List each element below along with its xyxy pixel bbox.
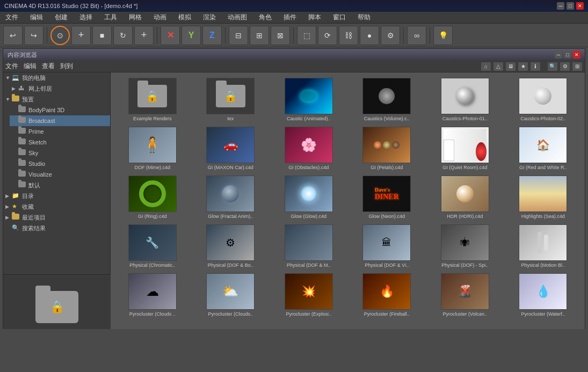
list-item[interactable]: 🧍 DOF (Mime).c4d [116, 127, 189, 170]
list-item[interactable]: 🔒 Example Renders [116, 78, 189, 121]
rotate-button[interactable]: ↻ [113, 26, 133, 45]
sidebar-item-prime[interactable]: Prime [10, 126, 110, 137]
sidebar-item-sky[interactable]: Sky [10, 148, 110, 158]
sidebar-item-directory[interactable]: ▶ 📁 目录 [3, 191, 110, 201]
close-button[interactable]: ✕ [576, 2, 584, 10]
cb-search-button[interactable]: 🔍 [547, 62, 558, 71]
sidebar-item-bodypaint[interactable]: BodyPaint 3D [10, 105, 110, 115]
maximize-button[interactable]: □ [567, 2, 574, 10]
z-button[interactable]: Z [202, 26, 222, 45]
cb-close-button[interactable]: ✕ [573, 51, 580, 59]
list-item[interactable]: GI (Petals).c4d [351, 127, 424, 170]
cb-content-area[interactable]: 🔒 Example Renders 🔒 tex [111, 72, 585, 351]
menu-window[interactable]: 窗口 [330, 12, 349, 23]
list-item[interactable]: 🔒 tex [194, 78, 267, 121]
sidebar-item-network[interactable]: ▶ 🖧 网上邻居 [10, 83, 110, 94]
minimize-button[interactable]: ─ [557, 2, 564, 10]
sidebar-item-visualize[interactable]: Visualize [10, 169, 110, 180]
cb-home-button[interactable]: ⌂ [481, 62, 491, 71]
frame-button[interactable]: ⊟ [229, 26, 248, 45]
list-item[interactable]: Glow (Fractal Anim).. [194, 176, 267, 219]
list-item[interactable]: 🚗 GI (MAXON Car).c4d [194, 127, 267, 170]
cb-info-button[interactable]: ℹ [530, 62, 541, 71]
cb-menu-view[interactable]: 查看 [42, 62, 55, 71]
x-button[interactable]: ✕ [161, 26, 180, 45]
menu-edit[interactable]: 编辑 [27, 12, 46, 23]
list-item[interactable]: Caustic (Animated).. [272, 78, 345, 121]
frames-button[interactable]: ⊞ [250, 26, 269, 45]
list-item[interactable]: 🏛 Physical (DOF & Vi.. [351, 224, 424, 268]
chain-button[interactable]: ⛓ [339, 26, 358, 45]
cb-menu-goto[interactable]: 到到 [60, 62, 73, 71]
list-item[interactable]: ☁ Pyrocluster (Clouds .. [116, 273, 189, 317]
menu-animgraph[interactable]: 动画图 [224, 12, 250, 23]
sidebar-item-sketch[interactable]: Sketch [10, 137, 110, 148]
cb-maximize-button[interactable]: □ [564, 51, 571, 59]
list-item[interactable]: 🔥 Pyrocluster (Fireball.. [351, 273, 424, 317]
list-item[interactable]: HDR (HDRI).c4d [429, 176, 502, 219]
sidebar-item-favorites[interactable]: ▶ ★ 收藏 [3, 201, 110, 212]
cb-menu-file[interactable]: 文件 [5, 62, 18, 71]
list-item[interactable]: Highlights (Sea).c4d [507, 176, 580, 219]
keyframe-button[interactable]: ⊠ [271, 26, 290, 45]
list-item[interactable]: 🏠 GI (Red and White R.. [507, 127, 580, 170]
cb-grid-button[interactable]: ⊞ [572, 62, 583, 71]
menu-character[interactable]: 角色 [256, 12, 275, 23]
sidebar-item-presets[interactable]: ▼ 预置 [3, 94, 110, 105]
light-button[interactable]: 💡 [433, 26, 453, 45]
menu-simulate[interactable]: 模拟 [175, 12, 194, 23]
menu-tools[interactable]: 工具 [101, 12, 120, 23]
cb-menu-edit[interactable]: 编辑 [24, 62, 37, 71]
menu-mesh[interactable]: 网格 [126, 12, 145, 23]
menu-file[interactable]: 文件 [2, 12, 21, 23]
list-item[interactable]: 🌋 Pyrocluster (Volcan.. [429, 273, 502, 317]
list-item[interactable]: ⛅ Pyrocluster (Clouds.. [194, 273, 267, 317]
y-button[interactable]: Y [182, 26, 201, 45]
sidebar-item-default[interactable]: 默认 [10, 180, 110, 191]
redo-button[interactable]: ↪ [24, 26, 43, 45]
menu-script[interactable]: 脚本 [305, 12, 324, 23]
thumbnail-label: Caustics-Photon-01.. [442, 116, 488, 121]
list-item[interactable]: GI (Ring).c4d [116, 176, 189, 219]
list-item[interactable]: Caustics-Photon-02.. [507, 78, 580, 121]
plus-button[interactable]: + [134, 26, 154, 45]
add-button[interactable]: + [71, 26, 91, 45]
cb-settings-button[interactable]: ⚙ [560, 62, 570, 71]
menu-plugin[interactable]: 插件 [280, 12, 300, 23]
list-item[interactable]: Physical (Motion Bl.. [507, 224, 580, 268]
cube-button[interactable]: ■ [92, 26, 112, 45]
sidebar-item-search[interactable]: 🔍 搜索结果 [3, 223, 110, 234]
sidebar-item-broadcast[interactable]: Broadcast [10, 115, 110, 126]
sidebar-item-recent[interactable]: ▶ 最近项目 [3, 212, 110, 223]
cb-computer-button[interactable]: 🖥 [505, 62, 516, 71]
vr-button[interactable]: ∞ [407, 26, 426, 45]
cb-minimize-button[interactable]: ─ [555, 51, 562, 59]
ball-button[interactable]: ● [360, 26, 379, 45]
palette-button[interactable]: ⚙ [381, 26, 400, 45]
list-item[interactable]: Caustics (Volume).c.. [351, 78, 424, 121]
menu-render[interactable]: 渲染 [200, 12, 219, 23]
list-item[interactable]: 💥 Pyrocluster (Explosi.. [272, 273, 345, 317]
undo-button[interactable]: ↩ [3, 26, 23, 45]
box-button[interactable]: ⬚ [297, 26, 316, 45]
menu-select[interactable]: 选择 [76, 12, 96, 23]
list-item[interactable]: 🔧 Physical (Chromatic.. [116, 224, 189, 268]
list-item[interactable]: Glow (Glow).c4d [272, 176, 345, 219]
list-item[interactable]: GI (Quiet Room).c4d [429, 127, 502, 170]
cb-star-button[interactable]: ★ [518, 62, 528, 71]
list-item[interactable]: Dave'sDINER Glow (Neon).c4d [351, 176, 424, 219]
list-item[interactable]: 🌸 GI (Obstacles).c4d [272, 127, 345, 170]
list-item[interactable]: Physical (DOF & M.. [272, 224, 345, 268]
menu-help[interactable]: 帮助 [354, 12, 374, 23]
cb-up-button[interactable]: △ [493, 62, 504, 71]
loop-button[interactable]: ⟳ [318, 26, 337, 45]
select-tool-button[interactable]: ⊙ [50, 26, 70, 45]
list-item[interactable]: ⚙ Physical (DOF & Bo.. [194, 224, 267, 268]
list-item[interactable]: 💧 Pyrocluster (Waterf.. [507, 273, 580, 317]
sidebar-item-studio[interactable]: Studio [10, 158, 110, 169]
list-item[interactable]: Caustics-Photon-01.. [429, 78, 502, 121]
sidebar-item-my-pc[interactable]: ▼ 💻 我的电脑 [3, 72, 110, 83]
list-item[interactable]: 🕷 Physical (DOF) - Spi.. [429, 224, 502, 268]
menu-animate[interactable]: 动画 [150, 12, 170, 23]
menu-create[interactable]: 创建 [52, 12, 71, 23]
